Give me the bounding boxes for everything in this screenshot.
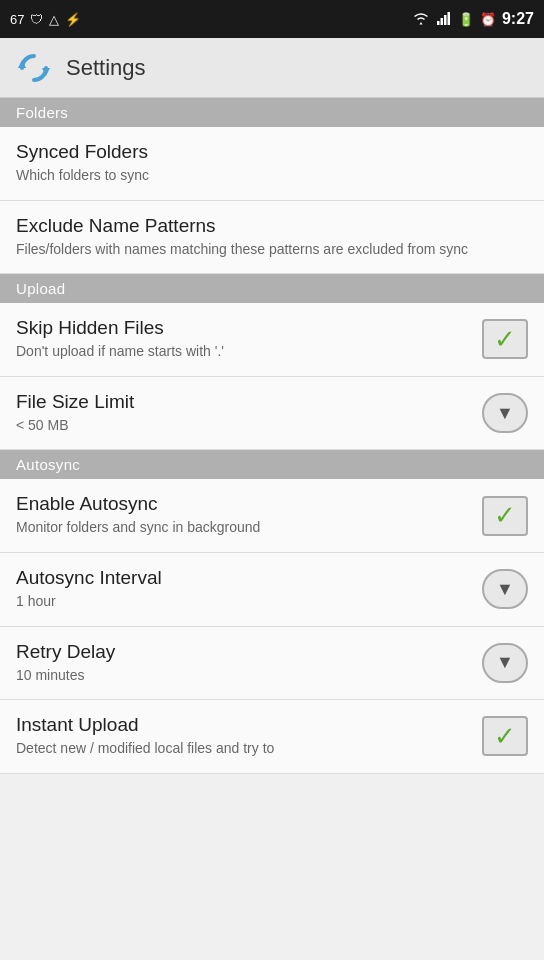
svg-rect-2 xyxy=(444,15,447,25)
signal-bars-icon xyxy=(436,11,452,28)
list-item-exclude-name-patterns[interactable]: Exclude Name PatternsFiles/folders with … xyxy=(0,201,544,275)
list-item-subtitle-skip-hidden-files: Don't upload if name starts with '.' xyxy=(16,342,482,362)
list-item-title-enable-autosync: Enable Autosync xyxy=(16,493,482,515)
dropdown-autosync-interval[interactable]: ▼ xyxy=(482,569,528,609)
list-item-synced-folders[interactable]: Synced FoldersWhich folders to sync xyxy=(0,127,544,201)
svg-rect-0 xyxy=(437,21,440,25)
list-item-subtitle-enable-autosync: Monitor folders and sync in background xyxy=(16,518,482,538)
signal-icon: △ xyxy=(49,12,59,27)
dropdown-file-size-limit[interactable]: ▼ xyxy=(482,393,528,433)
chevron-down-icon: ▼ xyxy=(496,403,514,424)
list-item-subtitle-exclude-name-patterns: Files/folders with names matching these … xyxy=(16,240,528,260)
list-item-title-exclude-name-patterns: Exclude Name Patterns xyxy=(16,215,528,237)
list-item-content-synced-folders: Synced FoldersWhich folders to sync xyxy=(16,141,528,186)
svg-rect-1 xyxy=(440,18,443,25)
list-item-subtitle-synced-folders: Which folders to sync xyxy=(16,166,528,186)
list-item-title-autosync-interval: Autosync Interval xyxy=(16,567,482,589)
wifi-icon xyxy=(412,11,430,28)
checkmark-icon: ✓ xyxy=(494,500,516,531)
list-item-subtitle-autosync-interval: 1 hour xyxy=(16,592,482,612)
usb-icon: ⚡ xyxy=(65,12,81,27)
list-item-enable-autosync[interactable]: Enable AutosyncMonitor folders and sync … xyxy=(0,479,544,553)
chevron-down-icon: ▼ xyxy=(496,652,514,673)
sync-icon xyxy=(16,50,52,86)
list-item-content-autosync-interval: Autosync Interval1 hour xyxy=(16,567,482,612)
battery-level-icon: 67 xyxy=(10,12,24,27)
svg-rect-3 xyxy=(447,12,450,25)
toolbar-title: Settings xyxy=(66,55,146,81)
list-item-skip-hidden-files[interactable]: Skip Hidden FilesDon't upload if name st… xyxy=(0,303,544,377)
list-item-title-instant-upload: Instant Upload xyxy=(16,714,482,736)
section-header-folders: Folders xyxy=(0,98,544,127)
settings-list: FoldersSynced FoldersWhich folders to sy… xyxy=(0,98,544,774)
checkmark-icon: ✓ xyxy=(494,324,516,355)
status-bar: 67 🛡 △ ⚡ 🔋 ⏰ 9:27 xyxy=(0,0,544,38)
list-item-title-retry-delay: Retry Delay xyxy=(16,641,482,663)
list-item-title-skip-hidden-files: Skip Hidden Files xyxy=(16,317,482,339)
list-item-file-size-limit[interactable]: File Size Limit< 50 MB▼ xyxy=(0,377,544,451)
list-item-content-file-size-limit: File Size Limit< 50 MB xyxy=(16,391,482,436)
kaspersky-icon: 🛡 xyxy=(30,12,43,27)
section-header-autosync: Autosync xyxy=(0,450,544,479)
list-item-title-synced-folders: Synced Folders xyxy=(16,141,528,163)
list-item-autosync-interval[interactable]: Autosync Interval1 hour▼ xyxy=(0,553,544,627)
list-item-content-retry-delay: Retry Delay10 minutes xyxy=(16,641,482,686)
list-item-subtitle-file-size-limit: < 50 MB xyxy=(16,416,482,436)
status-time: 9:27 xyxy=(502,10,534,28)
list-item-subtitle-instant-upload: Detect new / modified local files and tr… xyxy=(16,739,482,759)
list-item-retry-delay[interactable]: Retry Delay10 minutes▼ xyxy=(0,627,544,701)
clock-icon: ⏰ xyxy=(480,12,496,27)
list-item-instant-upload[interactable]: Instant UploadDetect new / modified loca… xyxy=(0,700,544,774)
chevron-down-icon: ▼ xyxy=(496,579,514,600)
list-item-content-enable-autosync: Enable AutosyncMonitor folders and sync … xyxy=(16,493,482,538)
checkmark-icon: ✓ xyxy=(494,721,516,752)
list-item-content-instant-upload: Instant UploadDetect new / modified loca… xyxy=(16,714,482,759)
toolbar: Settings xyxy=(0,38,544,98)
section-header-upload: Upload xyxy=(0,274,544,303)
list-item-title-file-size-limit: File Size Limit xyxy=(16,391,482,413)
battery-icon: 🔋 xyxy=(458,12,474,27)
list-item-content-exclude-name-patterns: Exclude Name PatternsFiles/folders with … xyxy=(16,215,528,260)
status-bar-left: 67 🛡 △ ⚡ xyxy=(10,12,81,27)
checkbox-instant-upload[interactable]: ✓ xyxy=(482,716,528,756)
list-item-content-skip-hidden-files: Skip Hidden FilesDon't upload if name st… xyxy=(16,317,482,362)
checkbox-enable-autosync[interactable]: ✓ xyxy=(482,496,528,536)
dropdown-retry-delay[interactable]: ▼ xyxy=(482,643,528,683)
checkbox-skip-hidden-files[interactable]: ✓ xyxy=(482,319,528,359)
list-item-subtitle-retry-delay: 10 minutes xyxy=(16,666,482,686)
status-bar-right: 🔋 ⏰ 9:27 xyxy=(412,10,534,28)
